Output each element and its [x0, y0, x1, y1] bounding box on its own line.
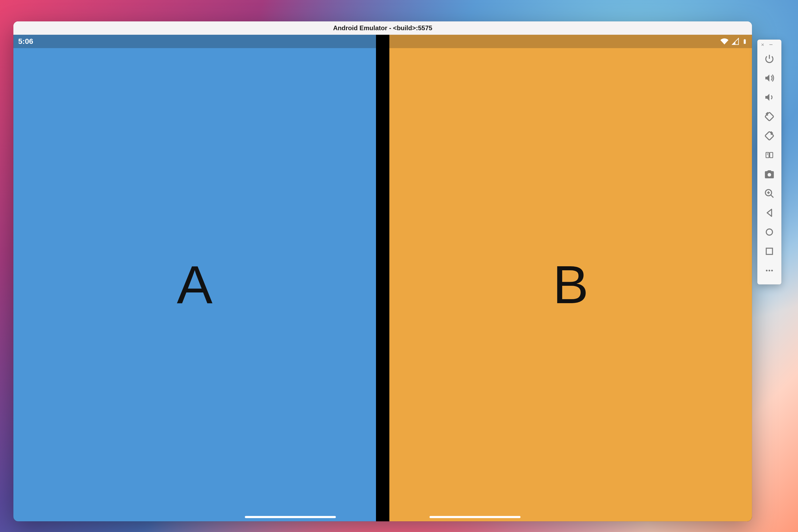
svg-point-11	[766, 229, 772, 235]
emulator-toolbar: × −	[757, 40, 781, 284]
back-icon[interactable]	[760, 203, 779, 223]
svg-rect-12	[766, 248, 772, 254]
svg-line-8	[771, 195, 773, 197]
pane-left-label: A	[177, 258, 213, 311]
emulator-window: Android Emulator - <build>:5575 5:06 A	[13, 21, 752, 521]
pane-body-left[interactable]: A	[13, 48, 376, 521]
svg-point-15	[771, 270, 773, 271]
status-time: 5:06	[18, 37, 33, 46]
battery-icon	[742, 37, 747, 45]
nav-left	[13, 513, 383, 521]
power-icon[interactable]	[760, 49, 779, 69]
svg-point-13	[766, 270, 767, 271]
device-content: 5:06 A	[13, 35, 752, 521]
window-titlebar[interactable]: Android Emulator - <build>:5575	[13, 21, 752, 35]
minimize-icon[interactable]: −	[769, 43, 773, 46]
pane-body-right[interactable]: B	[389, 48, 752, 521]
volume-up-icon[interactable]	[760, 69, 779, 88]
zoom-icon[interactable]	[760, 184, 779, 203]
pane-right-label: B	[553, 258, 588, 311]
home-icon[interactable]	[760, 223, 779, 242]
gesture-pill-left[interactable]	[245, 516, 336, 518]
volume-down-icon[interactable]	[760, 88, 779, 107]
nav-right	[383, 513, 752, 521]
gesture-pill-right[interactable]	[430, 516, 521, 518]
status-bar-left[interactable]: 5:06	[13, 35, 376, 48]
status-icons	[720, 37, 747, 45]
split-pane-right[interactable]: B	[389, 35, 752, 521]
cellular-signal-icon	[732, 38, 739, 45]
svg-point-14	[768, 270, 770, 271]
close-icon[interactable]: ×	[761, 42, 764, 47]
rotate-right-icon[interactable]	[760, 126, 779, 146]
status-bar-right[interactable]	[389, 35, 752, 48]
more-icon[interactable]	[760, 261, 779, 280]
screenshot-icon[interactable]	[760, 165, 779, 184]
svg-point-6	[767, 173, 771, 176]
svg-rect-3	[769, 152, 773, 158]
overview-icon[interactable]	[760, 242, 779, 261]
nav-bar	[13, 513, 752, 521]
device-frame: 5:06 A	[13, 35, 752, 521]
rotate-left-icon[interactable]	[760, 107, 779, 126]
split-pane-left[interactable]: 5:06 A	[13, 35, 376, 521]
fold-icon[interactable]	[760, 146, 779, 165]
toolbar-header: × −	[757, 42, 781, 49]
window-title: Android Emulator - <build>:5575	[333, 24, 433, 32]
wifi-icon	[720, 37, 728, 45]
